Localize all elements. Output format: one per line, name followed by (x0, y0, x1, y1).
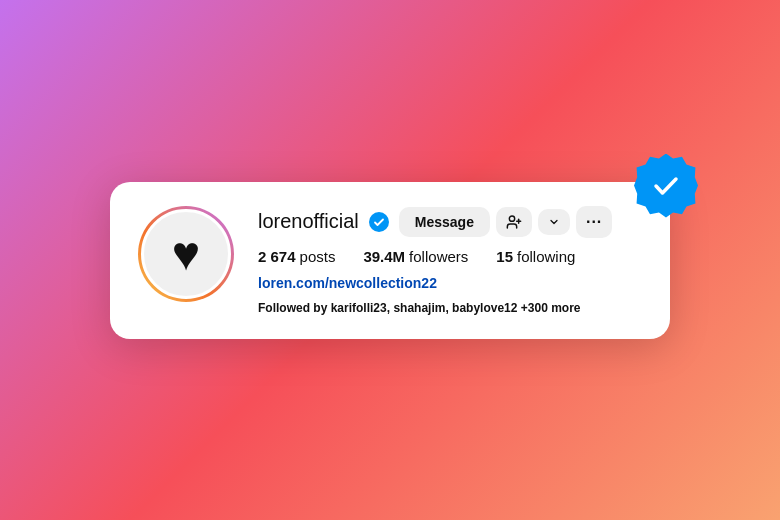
followed-by-users: karifolli23, shahajim, babylove12 (331, 301, 518, 315)
profile-info: lorenofficial Message (258, 206, 642, 315)
followed-by-text: Followed by (258, 301, 327, 315)
followers-stat: 39.4M followers (363, 248, 468, 265)
heart-icon: ♥ (172, 230, 201, 278)
big-badge-shape (634, 154, 698, 218)
dropdown-button[interactable] (538, 209, 570, 235)
profile-card-wrapper: ♥ lorenofficial Message (110, 182, 670, 339)
posts-label: posts (300, 248, 336, 265)
posts-value: 2 674 (258, 248, 296, 265)
posts-stat: 2 674 posts (258, 248, 335, 265)
more-options-button[interactable]: ··· (576, 206, 612, 238)
followers-value: 39.4M (363, 248, 405, 265)
username: lorenofficial (258, 210, 359, 233)
stats-row: 2 674 posts 39.4M followers 15 following (258, 248, 642, 265)
profile-card: ♥ lorenofficial Message (110, 182, 670, 339)
avatar-ring: ♥ (138, 206, 234, 302)
add-person-button[interactable] (496, 207, 532, 237)
followers-label: followers (409, 248, 468, 265)
following-value: 15 (496, 248, 513, 265)
following-label: following (517, 248, 575, 265)
followed-by-more: +300 more (521, 301, 581, 315)
avatar-inner: ♥ (141, 209, 231, 299)
svg-point-0 (509, 216, 514, 221)
verified-badge-small (369, 212, 389, 232)
followed-by: Followed by karifolli23, shahajim, babyl… (258, 301, 642, 315)
more-icon: ··· (586, 213, 602, 231)
profile-header: lorenofficial Message (258, 206, 642, 238)
following-stat: 15 following (496, 248, 575, 265)
message-button[interactable]: Message (399, 207, 490, 237)
big-checkmark-icon (651, 171, 681, 201)
action-buttons: Message (399, 206, 613, 238)
profile-link[interactable]: loren.com/newcollection22 (258, 275, 642, 291)
big-verified-badge (634, 154, 698, 218)
